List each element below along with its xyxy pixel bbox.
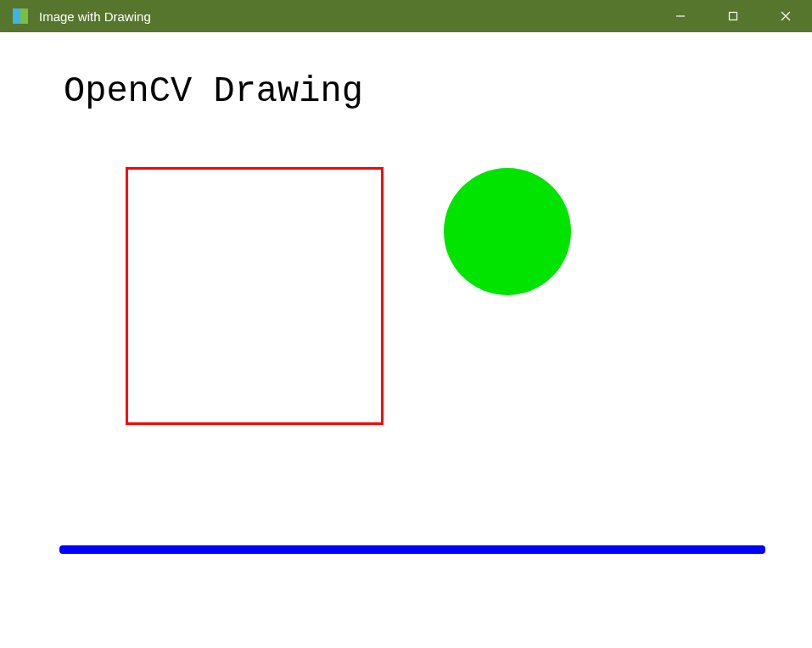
app-icon bbox=[10, 6, 31, 26]
minimize-button[interactable] bbox=[654, 0, 707, 32]
svg-rect-4 bbox=[730, 13, 737, 20]
window-title: Image with Drawing bbox=[39, 9, 654, 24]
canvas-area: OpenCV Drawing bbox=[0, 32, 812, 648]
maximize-button[interactable] bbox=[707, 0, 759, 32]
svg-rect-2 bbox=[20, 8, 28, 24]
titlebar: Image with Drawing bbox=[0, 0, 812, 32]
canvas-heading: OpenCV Drawing bbox=[64, 71, 363, 112]
rectangle-shape bbox=[126, 167, 384, 425]
close-button[interactable] bbox=[759, 0, 812, 32]
line-shape bbox=[59, 545, 765, 554]
circle-shape bbox=[444, 168, 571, 295]
svg-rect-1 bbox=[13, 8, 20, 24]
window-controls bbox=[654, 0, 812, 32]
